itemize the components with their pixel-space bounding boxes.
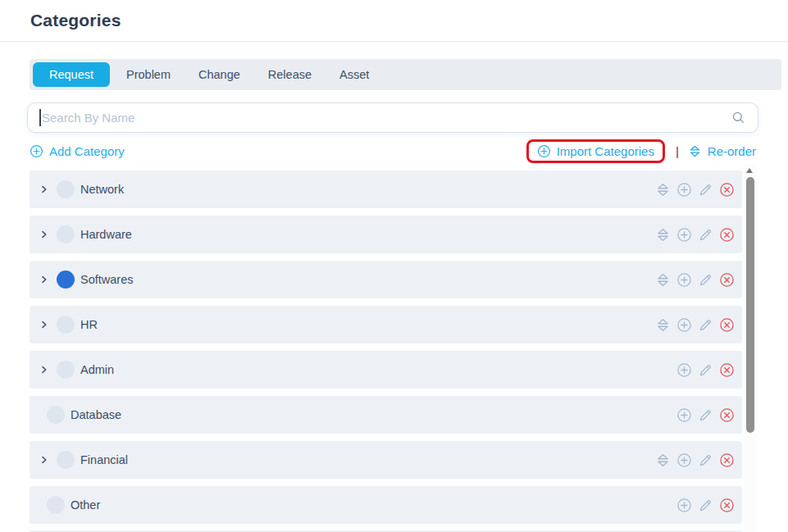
up-down-triangles-icon [688, 144, 702, 158]
category-color-dot [57, 225, 75, 243]
delete-icon[interactable] [719, 182, 735, 198]
delete-icon[interactable] [719, 452, 735, 468]
category-row-hardware: Hardware [30, 216, 742, 253]
category-label: Admin [80, 363, 114, 376]
add-subcategory-icon[interactable] [676, 227, 692, 243]
chevron-right-icon[interactable] [39, 455, 49, 465]
category-label: Other [71, 498, 100, 512]
search-input[interactable] [28, 110, 731, 125]
import-categories-button[interactable]: Import Categories [537, 144, 654, 158]
chevron-right-icon[interactable] [39, 320, 49, 330]
tab-change[interactable]: Change [184, 62, 254, 87]
magnifier-icon[interactable] [731, 111, 745, 125]
scrollbar[interactable] [744, 164, 756, 532]
chevron-right-icon[interactable] [39, 365, 49, 375]
category-row-financial: Financial [30, 441, 742, 479]
plus-circle-icon [30, 144, 43, 158]
edit-pencil-icon[interactable] [698, 498, 713, 513]
category-label: Hardware [80, 228, 132, 241]
reorder-button[interactable]: Re-order [688, 144, 756, 158]
edit-pencil-icon[interactable] [698, 272, 713, 288]
add-subcategory-icon[interactable] [676, 272, 692, 288]
add-subcategory-icon[interactable] [676, 452, 692, 468]
category-label: Network [80, 183, 124, 196]
category-label: Financial [80, 453, 128, 466]
chevron-right-icon[interactable] [39, 230, 49, 239]
category-label: Softwares [80, 273, 133, 286]
reorder-arrows-icon[interactable] [655, 272, 671, 288]
page-title: Categories [30, 11, 121, 30]
reorder-arrows-icon[interactable] [655, 317, 671, 333]
add-subcategory-icon[interactable] [676, 407, 692, 423]
category-color-dot [57, 180, 75, 198]
tab-bar: RequestProblemChangeReleaseAsset [30, 59, 781, 90]
category-color-dot [57, 361, 75, 379]
edit-pencil-icon[interactable] [698, 407, 713, 423]
scroll-up-arrow-icon[interactable] [746, 168, 753, 173]
add-subcategory-icon[interactable] [676, 498, 692, 513]
add-subcategory-icon[interactable] [676, 317, 692, 333]
reorder-arrows-icon[interactable] [655, 182, 671, 198]
scrollbar-thumb[interactable] [746, 177, 754, 433]
reorder-label: Re-order [708, 144, 756, 158]
category-label: HR [80, 318, 98, 331]
category-list: NetworkHardwareSoftwaresHRAdminDatabaseF… [30, 171, 742, 531]
category-label: Database [71, 408, 121, 421]
chevron-right-icon[interactable] [39, 275, 49, 284]
category-color-dot [47, 406, 65, 424]
delete-icon[interactable] [719, 272, 735, 288]
chevron-right-icon[interactable] [39, 184, 49, 194]
tab-release[interactable]: Release [254, 62, 326, 87]
reorder-arrows-icon[interactable] [655, 227, 671, 243]
category-color-dot [57, 451, 75, 469]
category-color-dot [57, 316, 75, 334]
page-header: Categories [0, 0, 788, 42]
edit-pencil-icon[interactable] [698, 362, 713, 378]
category-row-admin: Admin [30, 351, 742, 389]
category-row-database: Database [30, 396, 742, 434]
add-category-button[interactable]: Add Category [30, 144, 125, 158]
separator: | [676, 144, 679, 158]
edit-pencil-icon[interactable] [698, 182, 713, 198]
delete-icon[interactable] [719, 362, 735, 378]
delete-icon[interactable] [719, 227, 735, 243]
actions-row: Add Category Import Categories | Re-orde… [30, 136, 756, 166]
category-row-softwares: Softwares [30, 261, 742, 298]
category-row-network: Network [30, 171, 742, 208]
reorder-arrows-icon[interactable] [655, 452, 671, 468]
delete-icon[interactable] [719, 317, 735, 333]
add-category-label: Add Category [49, 144, 125, 158]
category-color-dot [47, 496, 65, 514]
tab-request[interactable]: Request [33, 62, 110, 87]
plus-circle-icon [537, 144, 551, 158]
tab-problem[interactable]: Problem [112, 62, 184, 87]
delete-icon[interactable] [719, 407, 735, 423]
edit-pencil-icon[interactable] [698, 317, 713, 333]
text-caret [39, 109, 41, 126]
edit-pencil-icon[interactable] [698, 227, 713, 243]
category-row-hr: HR [30, 306, 742, 343]
edit-pencil-icon[interactable] [698, 452, 713, 468]
import-categories-label: Import Categories [557, 144, 654, 158]
category-color-dot [57, 271, 75, 289]
categories-page: Categories RequestProblemChangeReleaseAs… [0, 0, 788, 532]
tab-asset[interactable]: Asset [326, 62, 383, 87]
search-bar [27, 102, 758, 133]
add-subcategory-icon[interactable] [676, 362, 692, 378]
import-categories-highlight: Import Categories [526, 139, 665, 163]
add-subcategory-icon[interactable] [676, 182, 692, 198]
category-row-other: Other [30, 486, 742, 524]
delete-icon[interactable] [719, 498, 735, 513]
